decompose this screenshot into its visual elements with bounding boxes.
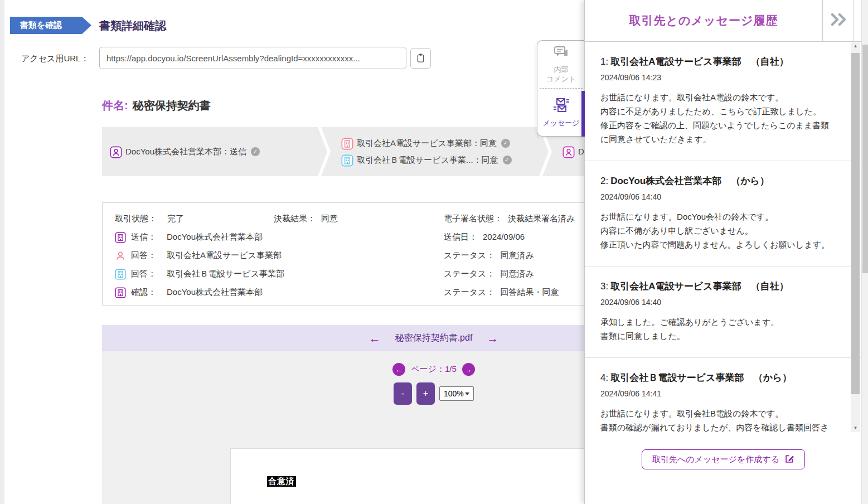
side-tab-group: 内部 コメント メッセージ xyxy=(537,40,585,137)
scrollbar-thumb[interactable] xyxy=(851,53,860,394)
status-label: 取引状態： xyxy=(115,214,157,224)
zoom-level-value: 100% xyxy=(444,389,464,398)
check-circle-icon: ✓ xyxy=(501,139,510,148)
workflow-step-text: DocYou株式会社営業本部：送信 xyxy=(125,143,246,160)
status-value: 2024/09/06 xyxy=(483,232,525,241)
status-label: ステータス： xyxy=(444,250,494,260)
status-value: DocYou株式会社営業本部 xyxy=(167,287,263,298)
mail-icon xyxy=(552,98,571,115)
agreed-stamp: 合意済 xyxy=(267,476,296,487)
message-sender: 取引会社Ｂ電設サービス事業部 （から） xyxy=(610,372,792,383)
check-circle-icon: ✓ xyxy=(503,156,512,164)
access-url-label: アクセス用URL： xyxy=(21,54,89,64)
status-value: 決裁結果署名済み xyxy=(508,214,575,223)
scrollbar-up-arrow[interactable]: ▲ xyxy=(851,42,860,50)
message-sender: 取引会社A電設サービス事業部 （自社） xyxy=(610,281,788,292)
compose-button-label: 取引先へのメッセージを作成する xyxy=(652,454,779,465)
message-timestamp: 2024/09/06 14:41 xyxy=(600,389,831,398)
zoom-in-button[interactable]: + xyxy=(416,382,435,405)
building-icon xyxy=(115,287,126,298)
workflow-step-text: 取引会社Ｂ電設サービス事業...：同意 xyxy=(357,152,498,168)
message-line: お世話になります。取引会社B電設の鈴木です。 xyxy=(600,406,831,420)
page-scrollbar-thumb[interactable] xyxy=(862,45,868,273)
workflow-step-responders: 取引会社A電設サービス事業部：同意 ✓ 取引会社Ｂ電設サービス事業...：同意 … xyxy=(321,127,549,176)
subject-value: 秘密保持契約書 xyxy=(133,99,211,112)
copy-url-button[interactable] xyxy=(410,48,431,69)
message-line: 書類に同意しました。 xyxy=(600,329,831,343)
message-item: 1:取引会社A電設サービス事業部 （自社） 2024/09/06 14:23 お… xyxy=(585,42,862,161)
message-item: 3:取引会社A電設サービス事業部 （自社） 2024/09/06 14:40 承… xyxy=(585,266,862,357)
status-label: 送信日： xyxy=(444,232,477,241)
access-url-input[interactable] xyxy=(99,47,406,69)
workflow-step-sender: DocYou株式会社営業本部：送信 ✓ xyxy=(102,127,327,176)
message-panel-footer: 取引先へのメッセージを作成する xyxy=(585,432,862,504)
tab-message[interactable]: メッセージ xyxy=(537,89,585,136)
tab-internal-comment[interactable]: 内部 コメント xyxy=(537,41,585,88)
zoom-out-button[interactable]: - xyxy=(394,382,412,405)
message-body: 承知しました。ご確認ありがとうございます。 書類に同意しました。 xyxy=(600,315,831,343)
subject-row: 件名:秘密保持契約書 xyxy=(102,98,211,113)
pdf-filename: 秘密保持契約書.pdf xyxy=(395,332,473,344)
message-list: 1:取引会社A電設サービス事業部 （自社） 2024/09/06 14:23 お… xyxy=(585,42,862,432)
message-sender: DocYou株式会社営業本部 （から） xyxy=(610,176,769,186)
status-value: 取引会社A電設サービス事業部 xyxy=(167,250,282,261)
comment-icon xyxy=(553,45,570,62)
workflow-step-text: 取引会社A電設サービス事業部：同意 xyxy=(357,135,497,152)
pdf-page: 合意済 秘密保持契約書 xyxy=(230,448,635,504)
status-value: 同意済み xyxy=(500,269,534,278)
message-line: 内容に不足がありましたため、こちらで訂正致しました。 xyxy=(600,104,831,118)
left-gutter xyxy=(0,0,4,504)
status-label: 電子署名状態： xyxy=(444,214,502,223)
status-label: ステータス： xyxy=(444,287,494,297)
clipboard-icon xyxy=(416,52,425,65)
message-line: 修正頂いた内容で問題ありません。よろしくお願いします。 xyxy=(600,238,831,251)
breadcrumb-badge: 書類を確認 xyxy=(10,17,91,34)
message-body: お世話になります。取引会社B電設の鈴木です。 書類の確認が漏れておりましたが、内… xyxy=(600,406,831,432)
page-prev-button[interactable]: ← xyxy=(392,363,405,376)
message-line: お世話になります。取引会社A電設の鈴木です。 xyxy=(600,90,831,104)
building-icon xyxy=(115,232,126,243)
tab-label-line: コメント xyxy=(546,74,576,84)
next-document-arrow-icon[interactable]: → xyxy=(487,332,498,344)
status-label: 決裁結果： xyxy=(274,214,316,223)
collapse-panel-button[interactable] xyxy=(823,0,854,41)
double-chevron-right-icon xyxy=(830,13,847,28)
page-indicator: ページ：1/5 xyxy=(411,364,457,375)
building-icon xyxy=(341,138,352,149)
message-index: 3: xyxy=(600,281,608,292)
status-label: 回答： xyxy=(131,250,156,261)
status-value: 回答結果・同意 xyxy=(500,287,559,297)
message-line: 修正内容をご確認の上、問題ないようでしたらこのまま書類に同意させていただきます。 xyxy=(600,118,831,146)
zoom-select[interactable]: 100% xyxy=(439,386,474,401)
message-body: お世話になります。DocYou会社の鈴木です。 内容に不備があり申し訳ございませ… xyxy=(600,210,831,251)
breadcrumb-label: 書類を確認 xyxy=(20,20,62,31)
page-next-button[interactable]: → xyxy=(462,363,475,376)
compose-icon xyxy=(785,454,794,465)
message-timestamp: 2024/09/06 14:40 xyxy=(600,298,831,307)
person-icon xyxy=(115,250,126,261)
building-icon xyxy=(341,154,352,166)
status-value: 取引会社Ｂ電設サービス事業部 xyxy=(167,269,284,279)
prev-document-arrow-icon[interactable]: ← xyxy=(369,332,381,344)
scrollbar-down-arrow[interactable]: ▼ xyxy=(851,424,860,432)
message-timestamp: 2024/09/06 14:23 xyxy=(600,73,831,82)
person-icon xyxy=(562,146,574,157)
page-title: 書類詳細確認 xyxy=(99,18,166,33)
message-index: 2: xyxy=(600,176,608,186)
compose-message-button[interactable]: 取引先へのメッセージを作成する xyxy=(642,449,805,469)
message-index: 1: xyxy=(600,56,608,67)
tab-label-line: 内部 xyxy=(554,65,569,74)
subject-label: 件名: xyxy=(102,99,128,112)
message-history-panel: 取引先とのメッセージ履歴 1:取引会社A電設サービス事業部 （自社） 2024/… xyxy=(584,0,861,504)
status-label: 回答： xyxy=(131,269,156,279)
page-scrollbar[interactable] xyxy=(861,0,868,504)
status-value: 同意済み xyxy=(500,250,534,260)
message-index: 4: xyxy=(600,372,608,383)
message-item: 4:取引会社Ｂ電設サービス事業部 （から） 2024/09/06 14:41 お… xyxy=(585,357,862,432)
message-list-scrollbar[interactable]: ▲ ▼ xyxy=(851,42,860,432)
document-detail-screen: 書類を確認 書類詳細確認 アクセス用URL： 件名:秘密保持契約書 DocYou… xyxy=(0,0,868,504)
building-icon xyxy=(115,269,126,280)
status-label: 送信： xyxy=(131,232,156,243)
message-item: 2:DocYou株式会社営業本部 （から） 2024/09/06 14:40 お… xyxy=(585,161,862,266)
message-sender: 取引会社A電設サービス事業部 （自社） xyxy=(610,56,788,67)
